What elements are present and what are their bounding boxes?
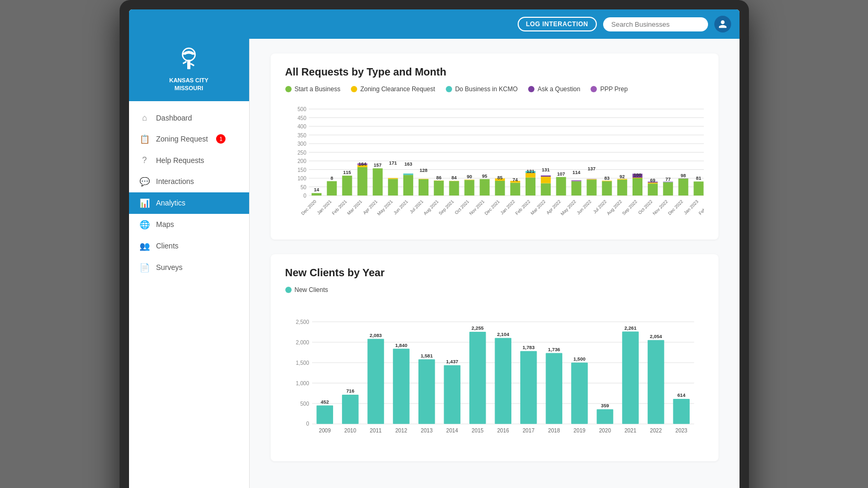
sidebar-nav: ⌂ Dashboard 📋 Zoning Request 1 ? Help Re…: [129, 101, 249, 285]
legend-item: Start a Business: [285, 85, 340, 93]
svg-rect-88: [556, 177, 566, 196]
svg-text:2,500: 2,500: [295, 319, 309, 325]
svg-rect-26: [312, 193, 322, 196]
main-content: All Requests by Type and Month Start a B…: [250, 39, 740, 488]
svg-text:92: 92: [619, 174, 625, 179]
sidebar-label-surveys: Surveys: [156, 263, 183, 272]
svg-text:Nov 2021: Nov 2021: [468, 199, 485, 216]
svg-rect-186: [596, 409, 613, 424]
svg-text:300: 300: [297, 141, 306, 147]
svg-rect-113: [648, 183, 658, 196]
svg-text:Mar 2022: Mar 2022: [529, 199, 546, 216]
svg-rect-127: [693, 181, 703, 196]
chart2-svg: 05001,0001,5002,0002,500452200971620102,…: [285, 302, 704, 449]
svg-rect-189: [622, 332, 639, 424]
svg-text:8: 8: [330, 176, 333, 181]
svg-rect-95: [586, 180, 596, 196]
sidebar-item-dashboard[interactable]: ⌂ Dashboard: [129, 107, 249, 128]
svg-text:Feb 2021: Feb 2021: [330, 199, 348, 216]
sidebar-item-interactions[interactable]: 💬 Interactions: [129, 171, 249, 192]
zoning-request-icon: 📋: [140, 134, 150, 144]
svg-rect-92: [571, 180, 581, 181]
svg-text:Dec 2020: Dec 2020: [300, 199, 317, 216]
sidebar-item-analytics[interactable]: 📊 Analytics: [129, 192, 249, 214]
sidebar-logo: KANSAS CITY MISSOURI: [129, 39, 249, 101]
svg-text:2012: 2012: [395, 428, 407, 433]
svg-text:50: 50: [300, 185, 306, 190]
sidebar-item-help-requests[interactable]: ? Help Requests: [129, 150, 249, 171]
svg-text:May 2021: May 2021: [376, 199, 394, 216]
svg-text:77: 77: [665, 177, 670, 182]
svg-text:2016: 2016: [497, 428, 509, 433]
svg-rect-29: [327, 181, 337, 196]
svg-text:2,083: 2,083: [369, 333, 381, 338]
svg-text:115: 115: [343, 170, 351, 175]
svg-rect-67: [479, 179, 489, 196]
sidebar-item-surveys[interactable]: 📄 Surveys: [129, 257, 249, 278]
svg-text:Aug 2021: Aug 2021: [422, 199, 440, 216]
svg-text:Jan 2021: Jan 2021: [316, 199, 333, 215]
sidebar-item-zoning-request[interactable]: 📋 Zoning Request 1: [129, 128, 249, 150]
legend-item: PPP Prep: [591, 85, 627, 93]
svg-text:Jun 2021: Jun 2021: [392, 199, 409, 215]
svg-rect-168: [444, 365, 460, 424]
svg-text:121: 121: [526, 169, 534, 174]
svg-rect-84: [541, 177, 551, 183]
svg-text:2,054: 2,054: [650, 334, 662, 339]
sidebar-item-clients[interactable]: 👥 Clients: [129, 235, 249, 257]
svg-rect-101: [602, 181, 612, 181]
svg-rect-159: [367, 339, 384, 424]
svg-text:69: 69: [650, 178, 655, 183]
svg-text:2009: 2009: [318, 428, 330, 433]
chart1-title: All Requests by Type and Month: [285, 66, 704, 78]
svg-rect-70: [495, 181, 505, 196]
svg-rect-85: [541, 176, 551, 177]
svg-text:100: 100: [633, 172, 641, 178]
legend-label: Ask a Question: [538, 85, 580, 93]
svg-rect-3: [190, 63, 195, 67]
svg-rect-174: [495, 338, 511, 424]
svg-text:200: 200: [297, 158, 306, 164]
sidebar-label-help-requests: Help Requests: [156, 156, 205, 165]
sidebar-item-maps[interactable]: 🌐 Maps: [129, 214, 249, 235]
svg-rect-52: [419, 179, 428, 179]
svg-text:107: 107: [557, 171, 565, 177]
svg-text:1,500: 1,500: [573, 356, 585, 362]
logo-state: MISSOURI: [175, 84, 203, 92]
svg-text:90: 90: [466, 174, 471, 179]
svg-text:164: 164: [358, 161, 366, 167]
svg-text:85: 85: [497, 175, 502, 180]
svg-text:128: 128: [420, 168, 427, 173]
svg-text:2023: 2023: [675, 428, 687, 433]
svg-text:500: 500: [297, 106, 306, 112]
legend-item: Zoning Clearance Request: [351, 85, 435, 93]
svg-text:Jan 2023: Jan 2023: [682, 199, 699, 215]
svg-rect-108: [632, 178, 642, 196]
svg-rect-48: [403, 173, 413, 175]
chart1-container: 05010015020025030035040045050014Dec 2020…: [285, 101, 704, 227]
svg-text:500: 500: [300, 401, 309, 407]
svg-text:2013: 2013: [421, 428, 433, 433]
search-input[interactable]: [603, 17, 708, 31]
svg-text:452: 452: [320, 399, 328, 405]
legend-color: [285, 86, 292, 92]
svg-text:Sep 2021: Sep 2021: [437, 199, 455, 216]
svg-text:83: 83: [604, 176, 609, 181]
svg-rect-123: [678, 179, 688, 196]
log-interaction-button[interactable]: LOG INTERACTION: [518, 17, 597, 31]
svg-text:Jan 2022: Jan 2022: [499, 199, 516, 215]
legend-color: [528, 86, 534, 92]
svg-text:716: 716: [346, 388, 354, 394]
svg-rect-55: [434, 181, 444, 196]
legend-color: [351, 86, 357, 92]
legend-item: Ask a Question: [528, 85, 580, 93]
svg-rect-195: [673, 399, 690, 424]
svg-text:98: 98: [680, 173, 685, 178]
user-avatar[interactable]: [714, 16, 731, 32]
svg-text:Sep 2022: Sep 2022: [621, 199, 638, 216]
svg-rect-104: [617, 180, 627, 196]
legend-item: New Clients: [285, 286, 328, 294]
svg-rect-91: [571, 181, 581, 196]
svg-rect-171: [469, 332, 486, 424]
legend-color: [446, 86, 452, 92]
